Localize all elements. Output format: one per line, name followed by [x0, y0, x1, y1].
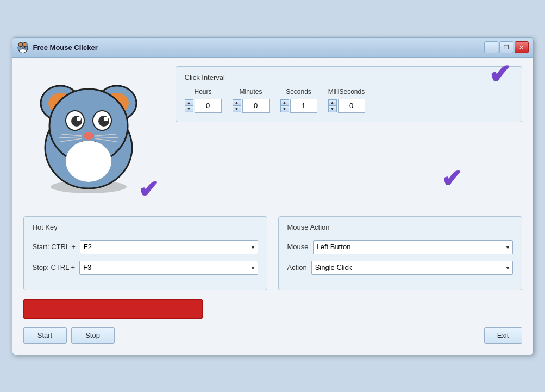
restore-button[interactable]: ❐ [499, 41, 513, 53]
hotkey-group-title: Hot Key [33, 223, 258, 231]
window-title: Free Mouse Clicker [33, 43, 484, 52]
titlebar: Free Mouse Clicker — ❐ ✕ [12, 38, 533, 58]
seconds-down[interactable]: ▼ [280, 106, 289, 112]
start-hotkey-dropdown-wrapper: F1 F2 F3 F4 F5 F6 F7 F8 F9 F10 F11 F12 [80, 240, 258, 254]
minutes-input[interactable] [242, 99, 270, 113]
hours-input[interactable] [195, 99, 222, 113]
click-interval-group: Click Interval Hours ▲ ▼ [176, 66, 522, 122]
hours-arrows[interactable]: ▲ ▼ [185, 99, 193, 112]
close-button[interactable]: ✕ [515, 41, 529, 53]
checkmark-2: ✔ [488, 61, 511, 88]
svg-point-22 [77, 117, 81, 121]
seconds-arrows[interactable]: ▲ ▼ [280, 99, 289, 112]
milliseconds-input[interactable] [338, 99, 365, 113]
svg-point-7 [21, 47, 22, 48]
footer-buttons: Start Stop Exit [23, 327, 522, 344]
start-button[interactable]: Start [23, 327, 67, 344]
exit-button[interactable]: Exit [484, 327, 522, 344]
hours-up[interactable]: ▲ [185, 99, 193, 106]
checkmark-3: ✔ [441, 166, 462, 191]
seconds-field: Seconds ▲ ▼ [280, 88, 317, 113]
minutes-spinner: ▲ ▼ [233, 99, 270, 113]
content-area: ✔ ✔ ✔ Click Interval Hours [12, 58, 533, 355]
svg-point-23 [104, 117, 108, 121]
minimize-button[interactable]: — [484, 41, 498, 53]
hours-field: Hours ▲ ▼ [185, 88, 222, 113]
click-interval-label: Click Interval [185, 73, 513, 81]
mouse-dropdown-wrapper: Left Button Right Button Middle Button ▼ [313, 240, 513, 254]
milliseconds-up[interactable]: ▲ [328, 99, 337, 106]
minutes-down[interactable]: ▼ [233, 106, 241, 112]
mouse-row: Mouse Left Button Right Button Middle Bu… [287, 240, 513, 254]
action-label: Action [287, 263, 307, 271]
action-row: Action Single Click Double Click Triple … [287, 261, 513, 275]
interval-fields: Hours ▲ ▼ Minutes [185, 88, 513, 113]
svg-point-31 [66, 141, 111, 182]
mouse-mascot: ✔ [23, 66, 165, 207]
minutes-up[interactable]: ▲ [233, 99, 241, 106]
milliseconds-down[interactable]: ▼ [328, 106, 337, 112]
milliseconds-field: MilliSeconds ▲ ▼ [328, 88, 365, 113]
svg-point-8 [24, 47, 25, 48]
svg-point-20 [71, 116, 82, 127]
footer-left-buttons: Start Stop [23, 327, 115, 344]
svg-point-10 [20, 49, 26, 53]
stop-hotkey-row: Stop: CTRL + F1 F2 F3 F4 F5 F6 F7 F8 F9 [33, 261, 258, 275]
milliseconds-spinner: ▲ ▼ [328, 99, 365, 113]
top-section: ✔ ✔ ✔ Click Interval Hours [23, 66, 522, 207]
hours-label: Hours [194, 88, 211, 96]
window-controls: — ❐ ✕ [484, 41, 529, 53]
stop-hotkey-dropdown-wrapper: F1 F2 F3 F4 F5 F6 F7 F8 F9 F10 F11 F12 [79, 261, 258, 275]
hours-spinner: ▲ ▼ [185, 99, 222, 113]
hotkey-group: Hot Key Start: CTRL + F1 F2 F3 F4 F5 F6 … [23, 216, 267, 290]
start-hotkey-select[interactable]: F1 F2 F3 F4 F5 F6 F7 F8 F9 F10 F11 F12 [80, 240, 258, 254]
milliseconds-arrows[interactable]: ▲ ▼ [328, 99, 337, 112]
start-hotkey-label: Start: CTRL + [33, 243, 76, 251]
main-window: Free Mouse Clicker — ❐ ✕ [12, 37, 534, 355]
seconds-label: Seconds [286, 88, 311, 96]
checkmark-1: ✔ [138, 177, 159, 202]
mouse-label: Mouse [287, 243, 309, 251]
minutes-field: Minutes ▲ ▼ [233, 88, 270, 113]
minutes-label: Minutes [239, 88, 262, 96]
mouse-action-title: Mouse Action [287, 223, 513, 231]
svg-point-3 [19, 43, 22, 46]
action-dropdown-wrapper: Single Click Double Click Triple Click ▼ [311, 261, 513, 275]
svg-point-4 [23, 43, 26, 46]
stop-button[interactable]: Stop [71, 327, 115, 344]
bottom-section: Hot Key Start: CTRL + F1 F2 F3 F4 F5 F6 … [23, 216, 522, 290]
app-icon [17, 41, 29, 53]
svg-point-24 [84, 132, 93, 140]
seconds-spinner: ▲ ▼ [280, 99, 317, 113]
minutes-arrows[interactable]: ▲ ▼ [233, 99, 241, 112]
milliseconds-label: MilliSeconds [328, 88, 365, 96]
click-interval-section: ✔ ✔ Click Interval Hours ▲ ▼ [176, 66, 522, 207]
status-bar [23, 299, 203, 319]
mouse-select[interactable]: Left Button Right Button Middle Button [313, 240, 513, 254]
mouse-action-group: Mouse Action Mouse Left Button Right But… [278, 216, 522, 290]
seconds-input[interactable] [290, 99, 317, 113]
stop-hotkey-label: Stop: CTRL + [33, 263, 76, 271]
hours-down[interactable]: ▼ [185, 106, 193, 112]
start-hotkey-row: Start: CTRL + F1 F2 F3 F4 F5 F6 F7 F8 F9 [33, 240, 258, 254]
stop-hotkey-select[interactable]: F1 F2 F3 F4 F5 F6 F7 F8 F9 F10 F11 F12 [79, 261, 258, 275]
action-select[interactable]: Single Click Double Click Triple Click [311, 261, 513, 275]
svg-point-21 [98, 116, 109, 127]
seconds-up[interactable]: ▲ [280, 99, 289, 106]
